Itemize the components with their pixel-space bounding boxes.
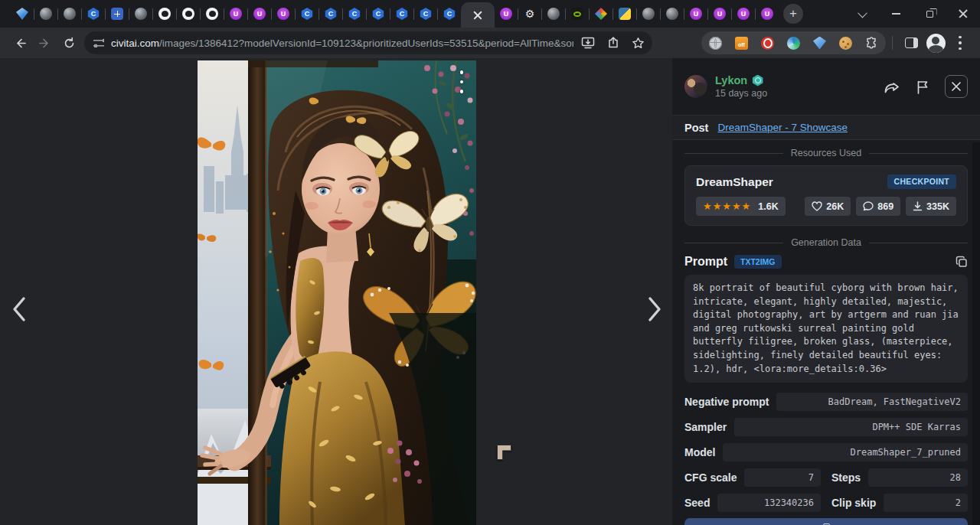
bookmark-star-icon[interactable] xyxy=(632,37,645,50)
share-button[interactable] xyxy=(884,80,900,94)
tab-github[interactable] xyxy=(153,0,176,28)
tab-civitai[interactable]: C xyxy=(82,0,105,28)
purple-app-favicon-icon: U xyxy=(277,8,289,20)
share-page-icon[interactable] xyxy=(607,37,619,49)
tab-browser[interactable] xyxy=(661,0,684,28)
tab-civitai[interactable]: C xyxy=(438,0,461,28)
tab-nvidia[interactable] xyxy=(566,0,589,28)
tab-browser[interactable] xyxy=(58,0,81,28)
param-value[interactable]: 2 xyxy=(884,494,968,512)
tab-browser[interactable] xyxy=(129,0,152,28)
param-label: Clip skip xyxy=(831,497,876,509)
site-settings-icon[interactable] xyxy=(93,38,104,47)
new-tab-button[interactable]: + xyxy=(783,4,803,24)
reload-icon xyxy=(63,37,76,50)
tab-civitai[interactable]: C xyxy=(343,0,366,28)
previous-image-button[interactable] xyxy=(6,294,32,324)
gem-extension-icon[interactable] xyxy=(813,37,826,50)
tab-purple-app[interactable]: U xyxy=(495,0,518,28)
tab-browser[interactable] xyxy=(637,0,660,28)
likes-pill[interactable]: 26K xyxy=(805,197,851,216)
post-link[interactable]: DreamShaper - 7 Showcase xyxy=(717,122,848,133)
tab-civitai[interactable]: C xyxy=(319,0,342,28)
param-value[interactable]: 7 xyxy=(744,468,821,487)
toolbar-divider xyxy=(892,36,893,50)
artwork-image[interactable] xyxy=(198,60,476,525)
tab-store[interactable] xyxy=(106,0,129,28)
tab-purple-app[interactable]: U xyxy=(272,0,295,28)
civitai-favicon-icon: C xyxy=(396,8,408,20)
extensions-group: off xyxy=(701,31,886,54)
globe-extension-icon[interactable] xyxy=(709,37,722,50)
comments-count: 869 xyxy=(877,201,893,212)
tab-civitai[interactable]: C xyxy=(296,0,318,28)
url-text[interactable]: civitai.com/images/1386412?modelVersionI… xyxy=(111,38,573,49)
likes-count: 26K xyxy=(826,201,844,212)
username[interactable]: Lykon xyxy=(715,74,747,86)
rating-pill[interactable]: ★★★★★ 1.6K xyxy=(696,197,786,216)
param-value[interactable]: BadDream, FastNegativeV2 xyxy=(776,393,968,411)
tab-purple-app[interactable]: U xyxy=(224,0,247,28)
param-value[interactable]: DreamShaper_7_pruned xyxy=(723,443,968,461)
scrollbar-gutter[interactable] xyxy=(972,142,980,525)
tab-search-button[interactable] xyxy=(845,0,879,28)
tab-purple-app[interactable]: U xyxy=(732,0,755,28)
tab-browser[interactable] xyxy=(34,0,57,28)
copy-prompt-button[interactable] xyxy=(956,256,968,268)
tab-purple-app[interactable]: U xyxy=(708,0,731,28)
cookie-extension-icon[interactable] xyxy=(839,37,852,50)
avatar[interactable] xyxy=(684,75,707,98)
tab-prism[interactable] xyxy=(590,0,612,28)
civitai-favicon-icon: C xyxy=(325,8,337,20)
detail-panel: Lykon 15 days ago Post DreamShaper - 7 S… xyxy=(672,58,980,525)
minimize-button[interactable] xyxy=(879,0,913,28)
profile-button[interactable] xyxy=(923,31,948,55)
tab-close-icon[interactable] xyxy=(473,11,482,20)
purple-app-favicon-icon: U xyxy=(737,8,750,20)
restore-button[interactable] xyxy=(913,0,946,28)
param-value[interactable]: 28 xyxy=(868,468,968,487)
copy-generation-data-button[interactable] xyxy=(684,518,968,525)
side-panel-button[interactable] xyxy=(899,31,923,55)
back-button[interactable] xyxy=(8,31,32,55)
tab-purple-app[interactable]: U xyxy=(756,0,779,28)
tab-active[interactable] xyxy=(461,2,495,28)
image-options-menu-button[interactable] xyxy=(458,67,466,97)
tab-python[interactable] xyxy=(613,0,636,28)
tab-civitai[interactable]: C xyxy=(414,0,437,28)
resource-name[interactable]: DreamShaper xyxy=(696,175,773,189)
tab-civitai[interactable]: C xyxy=(390,0,413,28)
reload-button[interactable] xyxy=(57,31,81,55)
tab-civitai[interactable]: C xyxy=(367,0,390,28)
address-bar[interactable]: civitai.com/images/1386412?modelVersionI… xyxy=(84,31,652,54)
generation-params: Negative promptBadDream, FastNegativeV2S… xyxy=(684,393,968,512)
install-app-icon[interactable] xyxy=(581,37,595,49)
red-o-extension-icon[interactable] xyxy=(761,37,774,50)
tab-gem[interactable] xyxy=(11,0,34,28)
generation-data-divider: Generation Data xyxy=(684,237,968,248)
param-value[interactable]: 132340236 xyxy=(717,494,821,512)
close-panel-button[interactable] xyxy=(945,75,968,98)
browser-menu-button[interactable] xyxy=(948,31,972,55)
blue-globe-extension-icon[interactable] xyxy=(787,37,800,50)
tab-browser[interactable] xyxy=(542,0,565,28)
tab-purple-app[interactable]: U xyxy=(248,0,271,28)
extensions-puzzle-icon[interactable] xyxy=(865,37,878,50)
tab-purple-app[interactable]: U xyxy=(684,0,707,28)
prompt-text[interactable]: 8k portrait of beautiful cyborg with bro… xyxy=(684,275,968,383)
close-window-button[interactable] xyxy=(946,0,980,28)
store-favicon-icon xyxy=(111,8,123,20)
param-value[interactable]: DPM++ SDE Karras xyxy=(734,418,968,436)
downloads-count: 335K xyxy=(926,201,949,212)
comments-pill[interactable]: 869 xyxy=(856,197,900,216)
report-flag-button[interactable] xyxy=(916,80,929,94)
chevron-right-icon xyxy=(646,296,663,322)
downloads-pill[interactable]: 335K xyxy=(906,197,956,216)
tab-settings[interactable]: ⚙ xyxy=(518,0,541,28)
next-image-button[interactable] xyxy=(642,294,668,324)
resource-card[interactable]: DreamShaper CHECKPOINT ★★★★★ 1.6K 26K xyxy=(684,165,968,226)
forward-button[interactable] xyxy=(32,31,57,55)
tab-github[interactable] xyxy=(177,0,200,28)
tab-github[interactable] xyxy=(201,0,224,28)
adblock-off-extension-icon[interactable]: off xyxy=(735,37,748,50)
